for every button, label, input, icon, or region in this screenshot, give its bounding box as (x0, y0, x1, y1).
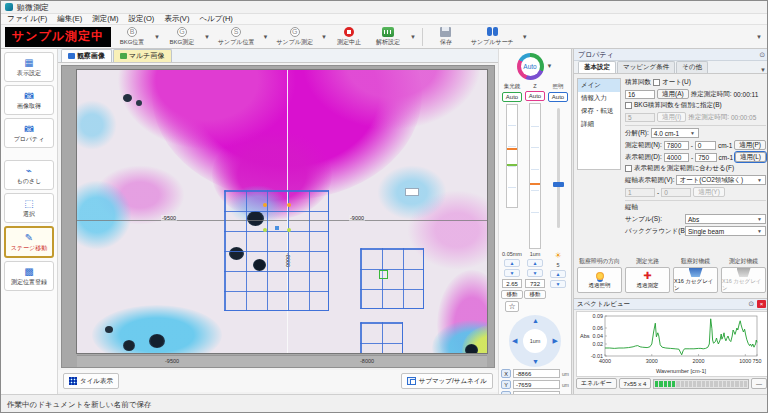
close-icon[interactable]: × (757, 300, 766, 308)
mapping-grid-main[interactable] (224, 190, 329, 311)
mapping-grid-lower[interactable] (360, 322, 403, 353)
chevron-down-icon[interactable]: ▼ (321, 34, 327, 40)
grid-size-button[interactable]: 7x55 x 4 (619, 378, 652, 389)
nav-detail[interactable]: 詳細 (578, 118, 620, 131)
stage-move-button[interactable]: ✎ ステージ移動 (4, 226, 54, 258)
svg-text:3000: 3000 (646, 358, 658, 364)
resolution-select[interactable]: 4.0 cm-1 ▼ (651, 128, 699, 138)
ruler-tool-button[interactable]: ⌁ ものさし (4, 160, 54, 190)
observation-objective-button[interactable]: X16 カセグレイン (673, 267, 718, 293)
focus-favorite-button[interactable]: ☆ (505, 301, 519, 312)
y-range-select[interactable]: オート(CO2領域除く) ▼ (676, 175, 766, 185)
capture-image-button[interactable]: 📷︎ 画像取得 (4, 85, 54, 115)
binoculars-icon (487, 27, 498, 36)
chevron-down-icon[interactable]: ▼ (204, 34, 210, 40)
menu-edit[interactable]: 編集(E) (57, 14, 82, 24)
tab-mapping-conditions[interactable]: マッピング条件 (617, 61, 675, 73)
focus-up-button[interactable]: ▲ (504, 259, 520, 267)
bkg-position-button[interactable]: B BKG位置 (114, 26, 150, 48)
light-up-button[interactable]: ▲ (550, 270, 566, 278)
illumination-slider-handle[interactable] (553, 182, 564, 187)
energy-button[interactable]: エネルギー (576, 378, 617, 389)
bkg-ordinate-select[interactable]: Single beam ▼ (685, 226, 766, 236)
meas-range-apply-button[interactable]: 適用(P) (734, 140, 766, 150)
stage-jog-pad[interactable]: ▲ ▼ ◀ ▶ 1um (509, 315, 561, 367)
disp-range-to-field[interactable]: 750 (695, 153, 716, 162)
illumination-auto-button[interactable]: Auto (548, 92, 568, 102)
jog-right-icon[interactable]: ▶ (553, 337, 558, 345)
toolbar-overflow-icon[interactable]: ▼ (756, 34, 762, 40)
bkg-individual-checkbox[interactable] (625, 102, 632, 109)
collapse-button[interactable]: — (751, 378, 767, 389)
sample-search-button[interactable]: サンプルサーチ (467, 26, 518, 48)
submap-thumbnail-button[interactable]: サブマップ/サムネイル (401, 373, 493, 389)
disp-range-from-field[interactable]: 4000 (664, 153, 689, 162)
transmitted-illumination-button[interactable]: 透過照明 (577, 267, 622, 293)
z-slider[interactable] (529, 103, 541, 249)
focus-down-button[interactable]: ▼ (504, 269, 520, 277)
select-tool-button[interactable]: ⬚ 選択 (4, 193, 54, 223)
meas-range-to-field[interactable]: 0 (695, 141, 716, 150)
mapping-grid-right[interactable] (360, 248, 424, 309)
image-properties-button[interactable]: 📷︎ プロパティ (4, 118, 54, 148)
tab-observation-image[interactable]: 観察画像 (61, 49, 112, 62)
tabs-overflow-icon[interactable]: ▼ (760, 67, 766, 73)
save-button[interactable]: 保存 (428, 26, 464, 48)
transmission-measure-button[interactable]: ✚ 透過測定 (625, 267, 670, 293)
auto-checkbox[interactable] (653, 79, 660, 86)
sample-ordinate-select[interactable]: Abs ▼ (685, 214, 766, 224)
svg-text:0.02: 0.02 (593, 341, 604, 347)
chevron-down-icon[interactable]: ▼ (522, 34, 528, 40)
menu-view[interactable]: 表示(V) (164, 14, 189, 24)
pin-icon[interactable]: ⊙ (759, 51, 765, 59)
light-down-button[interactable]: ▼ (550, 280, 566, 288)
condenser-slider[interactable] (506, 104, 518, 208)
menu-file[interactable]: ファイル(F) (7, 14, 47, 24)
menu-settings[interactable]: 設定(O) (129, 14, 155, 24)
jog-down-icon[interactable]: ▼ (532, 358, 539, 365)
jog-left-icon[interactable]: ◀ (512, 337, 517, 345)
nav-info-input[interactable]: 情報入力 (578, 92, 620, 105)
stop-measure-button[interactable]: 測定中止 (331, 26, 367, 48)
chevron-down-icon[interactable]: ▼ (547, 63, 553, 69)
condenser-auto-button[interactable]: Auto (502, 92, 522, 102)
register-position-button[interactable]: ▩ 測定位置登録 (4, 261, 54, 291)
tab-other[interactable]: その他 (676, 61, 708, 73)
pin-icon[interactable]: ⊙ (748, 300, 754, 308)
fit-range-checkbox[interactable] (625, 165, 632, 172)
sample-position-button[interactable]: S サンプル位置 (214, 26, 259, 48)
illumination-slider[interactable] (557, 108, 560, 228)
chevron-down-icon[interactable]: ▼ (154, 34, 160, 40)
menu-help[interactable]: ヘルプ(H) (199, 14, 232, 24)
chevron-down-icon[interactable]: ▼ (410, 34, 416, 40)
lamp-icon (596, 272, 604, 280)
chevron-down-icon[interactable]: ▼ (262, 34, 268, 40)
disp-range-apply-button[interactable]: 適用(L) (735, 152, 766, 162)
scan-count-field[interactable]: 16 (625, 90, 655, 99)
y-position-field[interactable]: -7659 (513, 380, 560, 389)
display-settings-button[interactable]: ▦ 表示設定 (4, 52, 54, 82)
z-up-button[interactable]: ▲ (527, 259, 543, 267)
analysis-settings-button[interactable]: 解析設定 (370, 26, 406, 48)
z-move-button[interactable]: 移動 (524, 290, 546, 299)
microscope-image[interactable]: -9500 -9000 -8000 (77, 70, 487, 353)
tab-basic-settings[interactable]: 基本設定 (578, 61, 616, 73)
z-value[interactable]: 732 (525, 279, 545, 288)
bkg-measure-button[interactable]: G BKG測定 (164, 26, 200, 48)
menu-measure[interactable]: 測定(M) (92, 14, 118, 24)
meas-range-from-field[interactable]: 7800 (664, 141, 689, 150)
jog-up-icon[interactable]: ▲ (532, 317, 539, 324)
z-auto-button[interactable]: Auto (525, 91, 545, 101)
x-position-field[interactable]: -8866 (513, 369, 560, 378)
nav-main[interactable]: メイン (578, 79, 620, 92)
sample-measure-button[interactable]: G サンプル測定 (272, 26, 317, 48)
nav-save-transfer[interactable]: 保存・転送 (578, 105, 620, 118)
focus-value[interactable]: 2.65 (502, 279, 522, 288)
auto-focus-wheel-button[interactable]: Auto (517, 53, 544, 80)
z-down-button[interactable]: ▼ (527, 269, 543, 277)
tile-view-button[interactable]: タイル表示 (63, 373, 119, 389)
tab-multi-image[interactable]: マルチ画像 (113, 49, 172, 62)
focus-move-button[interactable]: 移動 (501, 290, 523, 299)
ruler-label-left: -9500 (165, 358, 179, 364)
scan-apply-button[interactable]: 適用(A) (657, 89, 689, 99)
